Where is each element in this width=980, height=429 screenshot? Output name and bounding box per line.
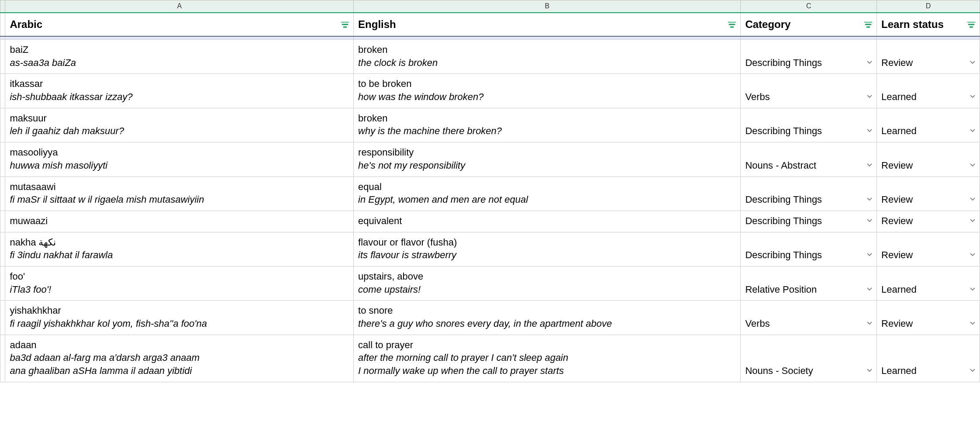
arabic-main: muwaazi <box>10 215 48 226</box>
status-cell[interactable]: Learned <box>877 74 980 108</box>
status-cell[interactable]: Review <box>877 211 980 232</box>
status-value: Learned <box>881 91 917 102</box>
category-value: Nouns - Abstract <box>745 160 816 171</box>
arabic-cell[interactable]: muwaazi <box>5 211 354 232</box>
status-value: Review <box>881 194 913 205</box>
category-value: Describing Things <box>745 249 822 260</box>
dropdown-arrow-icon[interactable] <box>867 281 872 294</box>
dropdown-arrow-icon[interactable] <box>867 363 872 376</box>
dropdown-arrow-icon[interactable] <box>970 55 975 68</box>
dropdown-arrow-icon[interactable] <box>867 55 872 68</box>
dropdown-arrow-icon[interactable] <box>867 247 872 260</box>
english-cell[interactable]: to be brokenhow was the window broken? <box>354 74 741 108</box>
status-value: Review <box>881 215 913 226</box>
arabic-cell[interactable]: yishakhkharfi raagil yishakhkhar kol yom… <box>5 301 354 335</box>
dropdown-arrow-icon[interactable] <box>970 247 975 260</box>
filter-icon[interactable] <box>967 18 975 31</box>
header-label: Arabic <box>10 18 42 30</box>
category-cell[interactable]: Describing Things <box>741 40 877 74</box>
category-cell[interactable]: Describing Things <box>741 211 877 232</box>
header-category[interactable]: Category <box>741 13 877 36</box>
header-english[interactable]: English <box>354 13 741 36</box>
arabic-cell[interactable]: adaanba3d adaan al-farg ma a'darsh arga3… <box>5 335 354 382</box>
english-cell[interactable]: flavour or flavor (fusha)its flavour is … <box>354 232 741 266</box>
gutter-cell <box>0 211 5 232</box>
english-example: I normally wake up when the call to pray… <box>358 364 736 377</box>
spreadsheet[interactable]: A B C D Arabic English Category Learn st… <box>0 0 980 382</box>
arabic-cell[interactable]: nakha نكهةfi 3indu nakhat il farawla <box>5 232 354 266</box>
dropdown-arrow-icon[interactable] <box>970 363 975 376</box>
dropdown-arrow-icon[interactable] <box>970 123 975 136</box>
header-label: Category <box>745 18 790 30</box>
category-cell[interactable]: Describing Things <box>741 232 877 266</box>
status-cell[interactable]: Learned <box>877 266 980 300</box>
table-row: foo'iTla3 foo'!upstairs, abovecome upsta… <box>0 266 980 300</box>
arabic-example: fi 3indu nakhat il farawla <box>10 249 349 262</box>
arabic-cell[interactable]: masooliyyahuwwa mish masoliyyti <box>5 142 354 176</box>
english-main: broken <box>358 44 387 55</box>
dropdown-arrow-icon[interactable] <box>970 89 975 102</box>
column-letter-c[interactable]: C <box>741 0 877 13</box>
arabic-cell[interactable]: mutasaawifi maSr il sittaat w il rigaela… <box>5 176 354 211</box>
arabic-cell[interactable]: foo'iTla3 foo'! <box>5 266 354 300</box>
dropdown-arrow-icon[interactable] <box>867 213 872 226</box>
category-value: Describing Things <box>745 194 822 205</box>
status-cell[interactable]: Review <box>877 142 980 176</box>
category-cell[interactable]: Describing Things <box>741 108 877 142</box>
english-cell[interactable]: equivalent <box>354 211 741 232</box>
status-cell[interactable]: Review <box>877 232 980 266</box>
filter-icon[interactable] <box>864 18 872 31</box>
gutter-cell <box>0 74 5 108</box>
status-cell[interactable]: Review <box>877 176 980 211</box>
arabic-cell[interactable]: maksuurleh il gaahiz dah maksuur? <box>5 108 354 142</box>
category-cell[interactable]: Relative Position <box>741 266 877 300</box>
dropdown-arrow-icon[interactable] <box>867 191 872 204</box>
dropdown-arrow-icon[interactable] <box>970 315 975 329</box>
dropdown-arrow-icon[interactable] <box>867 123 872 136</box>
gutter-cell <box>0 40 5 74</box>
table-row: adaanba3d adaan al-farg ma a'darsh arga3… <box>0 335 980 382</box>
status-cell[interactable]: Review <box>877 301 980 335</box>
dropdown-arrow-icon[interactable] <box>970 281 975 294</box>
header-arabic[interactable]: Arabic <box>5 13 354 36</box>
header-status[interactable]: Learn status <box>877 13 980 36</box>
status-cell[interactable]: Learned <box>877 335 980 382</box>
category-cell[interactable]: Nouns - Society <box>741 335 877 382</box>
english-example: its flavour is strawberry <box>358 249 736 262</box>
dropdown-arrow-icon[interactable] <box>970 157 975 170</box>
status-cell[interactable]: Learned <box>877 108 980 142</box>
arabic-main: nakha نكهة <box>10 237 56 248</box>
gutter-cell <box>0 176 5 211</box>
dropdown-arrow-icon[interactable] <box>867 315 872 329</box>
status-cell[interactable]: Review <box>877 40 980 74</box>
status-value: Review <box>881 249 913 260</box>
dropdown-arrow-icon[interactable] <box>867 157 872 170</box>
dropdown-arrow-icon[interactable] <box>970 213 975 226</box>
english-cell[interactable]: brokenthe clock is broken <box>354 40 741 74</box>
english-cell[interactable]: equalin Egypt, women and men are not equ… <box>354 176 741 211</box>
gutter-cell <box>0 142 5 176</box>
english-cell[interactable]: to snorethere's a guy who snores every d… <box>354 301 741 335</box>
category-cell[interactable]: Nouns - Abstract <box>741 142 877 176</box>
column-letter-a[interactable]: A <box>5 0 354 13</box>
english-cell[interactable]: upstairs, abovecome upstairs! <box>354 266 741 300</box>
category-cell[interactable]: Describing Things <box>741 176 877 211</box>
category-cell[interactable]: Verbs <box>741 301 877 335</box>
arabic-main: foo' <box>10 271 25 282</box>
category-value: Verbs <box>745 91 770 102</box>
status-value: Learned <box>881 365 917 376</box>
column-letter-d[interactable]: D <box>877 0 980 13</box>
arabic-cell[interactable]: itkassarish-shubbaak itkassar izzay? <box>5 74 354 108</box>
arabic-cell[interactable]: baiZas-saa3a baiZa <box>5 40 354 74</box>
english-cell[interactable]: brokenwhy is the machine there broken? <box>354 108 741 142</box>
column-letter-b[interactable]: B <box>354 0 741 13</box>
dropdown-arrow-icon[interactable] <box>867 89 872 102</box>
category-cell[interactable]: Verbs <box>741 74 877 108</box>
english-cell[interactable]: responsibilityhe's not my responsibility <box>354 142 741 176</box>
english-example: in Egypt, women and men are not equal <box>358 193 736 206</box>
arabic-example: ba3d adaan al-farg ma a'darsh arga3 anaa… <box>10 351 349 364</box>
filter-icon[interactable] <box>341 18 349 31</box>
filter-icon[interactable] <box>728 18 736 31</box>
dropdown-arrow-icon[interactable] <box>970 191 975 204</box>
english-cell[interactable]: call to prayerafter the morning call to … <box>354 335 741 382</box>
